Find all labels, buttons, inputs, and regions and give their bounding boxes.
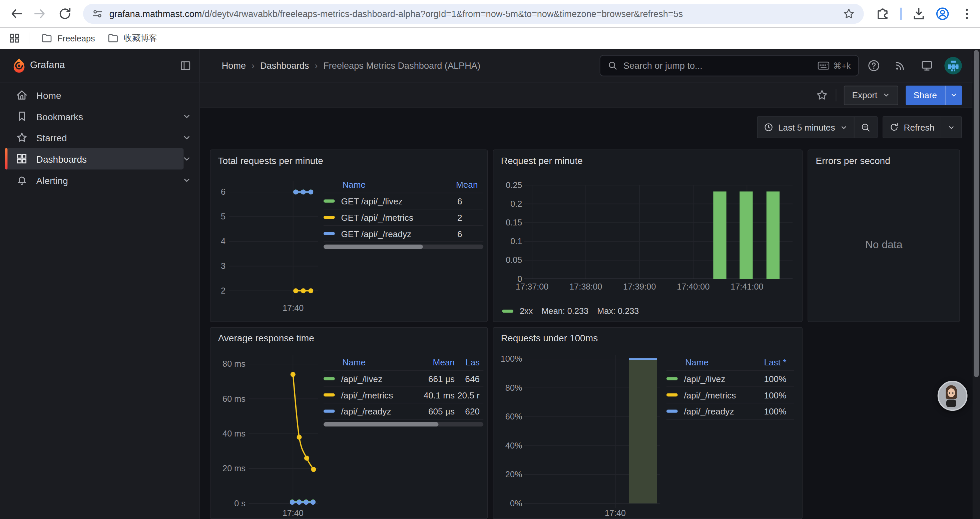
series-color-pill: [667, 410, 678, 413]
series-name: /api/_/readyz: [341, 406, 391, 416]
legend-row[interactable]: GET /api/_/readyz6: [323, 226, 483, 242]
legend-column-header[interactable]: Name: [323, 179, 456, 189]
svg-text:17:40:00: 17:40:00: [677, 282, 710, 291]
brand-name[interactable]: Grafana: [30, 59, 65, 71]
scrollbar-thumb[interactable]: [974, 50, 978, 377]
legend-row[interactable]: /api/_/metrics40.1 ms20.5 r: [323, 387, 483, 404]
star-icon: [16, 131, 28, 144]
legend-row[interactable]: /api/_/readyz100%: [667, 404, 794, 420]
legend-row[interactable]: /api/_/livez661 µs646: [323, 371, 483, 387]
legend-scrollbar-thumb[interactable]: [323, 422, 439, 426]
sidebar-item-label: Dashboards: [37, 153, 184, 164]
sidebar-item-home[interactable]: Home: [5, 85, 184, 106]
bookmarks-bar: Freeleaps 收藏博客: [0, 27, 980, 50]
share-dropdown-toggle[interactable]: [945, 86, 962, 105]
legend-scrollbar[interactable]: [323, 244, 483, 249]
sidebar-item-starred[interactable]: Starred: [5, 127, 184, 148]
bar-chart: 0.250.20.150.10.05017:37:0017:38:0017:39…: [493, 150, 802, 321]
legend-row[interactable]: GET /api/_/metrics2: [323, 209, 483, 226]
svg-text:5: 5: [221, 212, 226, 221]
legend-scrollbar[interactable]: [323, 422, 483, 426]
legend-item-2xx[interactable]: 2xx: [502, 307, 533, 316]
series-value: 20.5 r: [456, 390, 483, 400]
legend-column-header[interactable]: Name: [667, 357, 757, 367]
download-icon[interactable]: [911, 6, 926, 21]
back-icon[interactable]: [9, 6, 24, 21]
page-scrollbar[interactable]: [973, 49, 980, 519]
floating-assistant-avatar[interactable]: [938, 381, 968, 411]
chevron-down-icon[interactable]: [182, 111, 192, 121]
url-text[interactable]: grafana.mathmast.com/d/deytv4rwavabkb/fr…: [110, 9, 843, 19]
panel-title[interactable]: Errors per second: [808, 150, 959, 166]
dashboard-toolbar: Export Share: [200, 83, 972, 108]
refresh-interval-toggle[interactable]: [941, 117, 961, 137]
sidebar-item-alerting[interactable]: Alerting: [5, 169, 184, 191]
series-name: /api/_/livez: [684, 374, 725, 384]
legend-column-header[interactable]: Mean: [456, 179, 483, 189]
breadcrumb-separator: ›: [251, 61, 255, 71]
bookmark-folder-blogs[interactable]: 收藏博客: [102, 30, 162, 46]
series-color-pill: [323, 200, 335, 203]
time-range-picker[interactable]: Last 5 minutes: [757, 117, 854, 137]
legend-row[interactable]: /api/_/readyz605 µs620: [323, 404, 483, 420]
user-avatar[interactable]: [944, 57, 962, 74]
chevron-down-icon[interactable]: [182, 154, 192, 164]
extensions-icon[interactable]: [875, 6, 890, 21]
export-button[interactable]: Export: [844, 86, 898, 105]
legend-column-header[interactable]: Last *: [757, 357, 794, 367]
share-button-label[interactable]: Share: [905, 86, 945, 105]
legend-row[interactable]: /api/_/livez100%: [667, 371, 794, 387]
grafana-logo[interactable]: [11, 57, 28, 74]
legend-column-header[interactable]: Name: [323, 357, 417, 367]
legend-header-row: NameLast *: [667, 354, 794, 371]
legend-scrollbar-thumb[interactable]: [323, 244, 423, 249]
help-icon[interactable]: [868, 59, 880, 72]
url-bar[interactable]: grafana.mathmast.com/d/deytv4rwavabkb/fr…: [83, 4, 864, 24]
kiosk-monitor-icon[interactable]: [921, 59, 933, 72]
refresh-button[interactable]: Refresh: [883, 117, 941, 137]
favorite-star-icon[interactable]: [816, 89, 828, 101]
breadcrumb: Home›Dashboards›Freeleaps Metrics Dashbo…: [222, 61, 480, 71]
forward-icon[interactable]: [32, 6, 48, 21]
time-range-label: Last 5 minutes: [778, 122, 835, 132]
chart-legend: 2xx Mean: 0.233 Max: 0.233: [502, 307, 639, 316]
legend-max: Max: 0.233: [597, 307, 639, 316]
breadcrumb-home[interactable]: Home: [222, 61, 246, 71]
legend-column-header[interactable]: Las: [456, 357, 483, 367]
chevron-down-icon: [948, 124, 955, 131]
profile-icon[interactable]: [935, 6, 950, 21]
refresh-icon: [889, 123, 899, 132]
zoom-out-button[interactable]: [854, 117, 877, 137]
series-name: GET /api/_/metrics: [341, 212, 413, 222]
legend-row[interactable]: /api/_/metrics100%: [667, 387, 794, 404]
bookmark-folder-freeleaps[interactable]: Freeleaps: [37, 30, 100, 46]
search-shortcut: ⌘+k: [818, 61, 851, 71]
sidebar-item-bookmarks[interactable]: Bookmarks: [5, 105, 184, 127]
mega-menu-toggle-icon[interactable]: [180, 60, 191, 72]
series-name: /api/_/readyz: [684, 406, 734, 416]
reload-icon[interactable]: [57, 6, 72, 21]
chevron-down-icon[interactable]: [182, 133, 192, 143]
sidebar-item-dashboards[interactable]: Dashboards: [5, 148, 184, 170]
breadcrumb-dashboards[interactable]: Dashboards: [260, 61, 309, 71]
menu-dots-icon[interactable]: [959, 6, 974, 21]
legend-column-header[interactable]: Mean: [417, 357, 456, 367]
news-rss-icon[interactable]: [894, 59, 906, 72]
svg-text:0.1: 0.1: [510, 236, 522, 246]
search-input[interactable]: Search or jump to... ⌘+k: [600, 55, 859, 77]
grafana-header: Grafana Home›Dashboards›Freeleaps Metric…: [0, 49, 980, 83]
active-indicator: [5, 148, 7, 170]
time-range-group: Last 5 minutes: [757, 116, 878, 138]
panel-request-per-minute: Request per minute 0.250.20.150.10.05017…: [493, 150, 803, 322]
keyboard-icon: [818, 61, 830, 70]
chevron-down-icon[interactable]: [182, 175, 192, 185]
legend-table: NameMeanGET /api/_/livez6GET /api/_/metr…: [323, 176, 483, 249]
share-button[interactable]: Share: [905, 86, 962, 105]
site-settings-icon[interactable]: [92, 8, 103, 19]
legend-row[interactable]: GET /api/_/livez6: [323, 193, 483, 210]
bookmark-star-icon[interactable]: [843, 7, 855, 20]
toolbar-divider: [900, 7, 902, 20]
apps-grid-icon[interactable]: [9, 32, 20, 44]
sidebar-item-label: Alerting: [37, 175, 184, 185]
legend-table: NameMeanLas/api/_/livez661 µs646/api/_/m…: [323, 354, 483, 426]
